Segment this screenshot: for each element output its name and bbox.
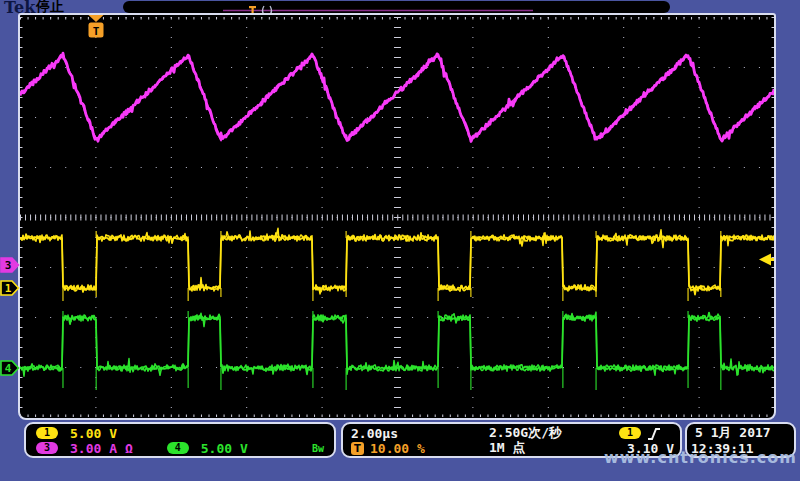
ch4-scale-readout: 5.00 V <box>201 441 248 456</box>
svg-text:1: 1 <box>5 282 12 295</box>
trigger-position-flag: T <box>88 15 104 43</box>
ch1-badge: 1 <box>36 427 58 439</box>
vertical-readout-panel: 1 5.00 V 3 3.00 A Ω 4 5.00 V Bw <box>24 422 336 458</box>
channel-1-position-marker: 1 <box>0 278 20 298</box>
svg-text:3: 3 <box>5 259 12 272</box>
ch3-scale-readout: 3.00 A <box>70 441 117 456</box>
channel-3-position-marker: 3 <box>0 255 20 275</box>
trigger-level-arrow-icon <box>757 251 774 270</box>
trigger-source-badge: 1 <box>619 427 641 439</box>
ch1-scale-readout: 5.00 V <box>70 426 117 441</box>
record-length-readout: 1M 点 <box>489 439 525 457</box>
trigger-flag-label: T <box>93 25 100 38</box>
record-overview-strip <box>123 1 670 13</box>
timebase-readout: 2.00µs <box>351 426 398 441</box>
graticule-and-traces <box>20 17 774 417</box>
trigger-position-icon: T <box>351 442 364 455</box>
watermark: www.cntronics.com <box>604 448 797 467</box>
ch3-coupling-readout: Ω <box>125 441 133 456</box>
ch4-badge: 4 <box>167 442 189 454</box>
ch3-badge: 3 <box>36 442 58 454</box>
trigger-flag-pointer-icon <box>89 15 104 22</box>
oscilloscope-screen: { "header": { "brand": "Tek", "status": … <box>0 0 800 481</box>
trigger-slope-rising-icon <box>646 426 662 441</box>
svg-text:4: 4 <box>5 362 12 375</box>
channel-4-position-marker: 4 <box>0 358 20 378</box>
trigger-position-readout: 10.00 % <box>370 441 425 456</box>
ch4-bandwidth-icon: Bw <box>312 443 324 454</box>
